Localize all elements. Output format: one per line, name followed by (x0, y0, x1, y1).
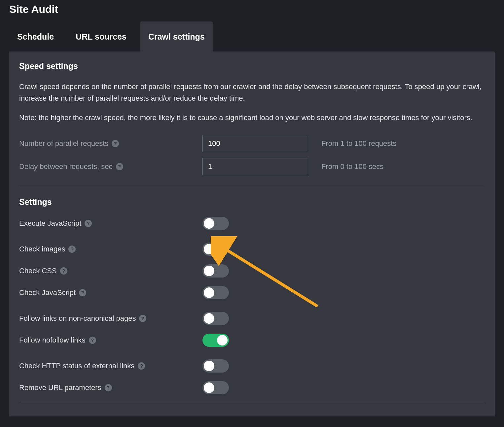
execute-js-label: Execute JavaScript ? (19, 219, 202, 228)
check-images-row: Check images ? (19, 243, 485, 256)
help-icon[interactable]: ? (138, 362, 145, 370)
delay-requests-label: Delay between requests, sec ? (19, 162, 202, 171)
speed-description-2: Note: the higher the crawl speed, the mo… (19, 112, 485, 123)
label-text: Check images (19, 245, 65, 253)
follow-nofollow-label: Follow nofollow links ? (19, 336, 202, 345)
label-text: Check HTTP status of external links (19, 362, 134, 370)
label-text: Remove URL parameters (19, 383, 101, 392)
delay-requests-input[interactable] (202, 158, 308, 175)
help-icon[interactable]: ? (105, 384, 112, 391)
execute-js-row: Execute JavaScript ? (19, 217, 485, 230)
speed-description-1: Crawl speed depends on the number of par… (19, 81, 485, 104)
label-text: Check CSS (19, 267, 57, 275)
follow-noncanonical-toggle[interactable] (202, 312, 229, 325)
follow-nofollow-toggle[interactable] (202, 334, 229, 347)
remove-url-params-row: Remove URL parameters ? (19, 381, 485, 394)
help-icon[interactable]: ? (139, 315, 146, 322)
settings-title: Settings (19, 197, 485, 207)
check-css-row: Check CSS ? (19, 264, 485, 278)
follow-nofollow-row: Follow nofollow links ? (19, 334, 485, 347)
speed-settings-title: Speed settings (19, 61, 485, 71)
help-icon[interactable]: ? (116, 163, 123, 170)
check-images-label: Check images ? (19, 245, 202, 253)
tab-crawl-settings[interactable]: Crawl settings (140, 21, 213, 51)
remove-url-params-toggle[interactable] (202, 381, 229, 394)
label-text: Number of parallel requests (19, 139, 108, 148)
tab-url-sources[interactable]: URL sources (68, 21, 134, 51)
label-text: Execute JavaScript (19, 219, 81, 228)
execute-js-toggle[interactable] (202, 217, 229, 230)
page-title: Site Audit (0, 0, 504, 21)
tabs: Schedule URL sources Crawl settings (0, 21, 504, 51)
section-divider (19, 186, 485, 186)
check-js-label: Check JavaScript ? (19, 288, 202, 297)
check-css-toggle[interactable] (202, 264, 229, 278)
label-text: Follow nofollow links (19, 336, 86, 345)
remove-url-params-label: Remove URL parameters ? (19, 383, 202, 392)
help-icon[interactable]: ? (89, 337, 96, 344)
label-text: Follow links on non-canonical pages (19, 314, 136, 323)
follow-noncanonical-row: Follow links on non-canonical pages ? (19, 312, 485, 325)
parallel-requests-label: Number of parallel requests ? (19, 139, 202, 148)
check-css-label: Check CSS ? (19, 267, 202, 275)
delay-requests-row: Delay between requests, sec ? From 0 to … (19, 158, 485, 175)
help-icon[interactable]: ? (68, 246, 76, 253)
follow-noncanonical-label: Follow links on non-canonical pages ? (19, 314, 202, 323)
help-icon[interactable]: ? (79, 289, 86, 296)
check-http-external-row: Check HTTP status of external links ? (19, 359, 485, 373)
check-images-toggle[interactable] (202, 243, 229, 256)
check-js-toggle[interactable] (202, 286, 229, 299)
check-http-external-toggle[interactable] (202, 359, 229, 373)
check-js-row: Check JavaScript ? (19, 286, 485, 299)
parallel-requests-row: Number of parallel requests ? From 1 to … (19, 135, 485, 152)
label-text: Delay between requests, sec (19, 162, 113, 171)
help-icon[interactable]: ? (60, 267, 67, 275)
label-text: Check JavaScript (19, 288, 76, 297)
help-icon[interactable]: ? (112, 140, 119, 147)
parallel-requests-input[interactable] (202, 135, 308, 152)
section-divider-2 (19, 403, 485, 403)
help-icon[interactable]: ? (85, 220, 92, 227)
delay-requests-hint: From 0 to 100 secs (321, 162, 383, 171)
tab-schedule[interactable]: Schedule (9, 21, 62, 51)
parallel-requests-hint: From 1 to 100 requests (321, 139, 396, 148)
check-http-external-label: Check HTTP status of external links ? (19, 362, 202, 370)
crawl-settings-panel: Speed settings Crawl speed depends on th… (9, 51, 495, 416)
